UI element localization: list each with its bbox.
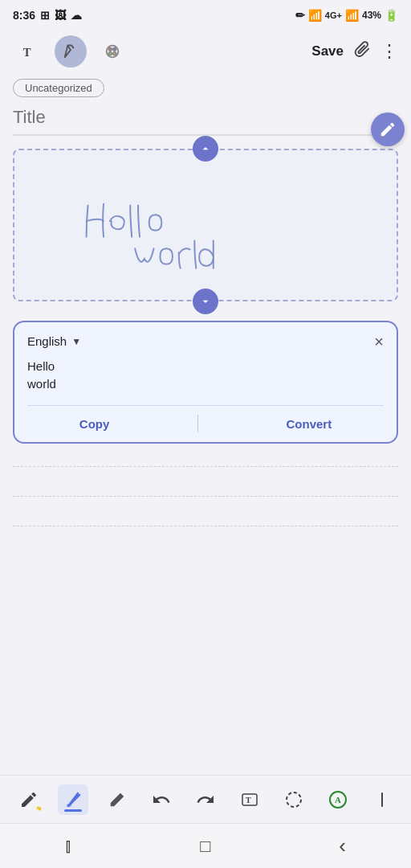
undo-button[interactable] <box>146 784 177 815</box>
recognized-text: Helloworld <box>27 358 384 394</box>
home-icon: □ <box>200 836 210 857</box>
toolbar-right: Save ⋮ <box>311 40 398 63</box>
pen-tool-button[interactable] <box>55 35 87 68</box>
svg-point-5 <box>113 52 116 55</box>
canvas-wrapper <box>13 149 398 301</box>
pen-tool-button[interactable] <box>58 784 88 815</box>
line-2 <box>13 496 398 497</box>
main-toolbar: T Save ⋮ <box>0 29 411 74</box>
nfc-icon: ⊞ <box>40 9 50 22</box>
svg-point-4 <box>108 52 112 55</box>
svg-point-1 <box>107 46 119 58</box>
title-area <box>0 100 411 131</box>
save-button[interactable]: Save <box>311 43 344 59</box>
more-icon: ⋮ <box>380 41 398 61</box>
category-tag[interactable]: Uncategorized <box>13 79 104 97</box>
redo-button[interactable] <box>190 784 221 815</box>
lasso-select-button[interactable] <box>279 784 309 815</box>
lte-icon: 4G+ <box>325 10 342 20</box>
edit-fab[interactable] <box>371 113 405 146</box>
nav-menu-button[interactable]: ⫿ <box>48 830 88 862</box>
battery-text: 43% <box>362 10 381 21</box>
cloud-icon: ☁ <box>71 9 82 22</box>
status-time: 8:36 ⊞ 🖼 ☁ <box>13 9 82 22</box>
language-selector[interactable]: English ▼ <box>27 334 81 348</box>
text-tool-button[interactable]: T <box>13 35 45 68</box>
canvas-area[interactable] <box>13 149 398 301</box>
pencil-tool-button[interactable]: ★ <box>14 784 44 815</box>
signal-icon: 📶 <box>345 9 359 22</box>
svg-text:T: T <box>246 796 251 805</box>
convert-text-button[interactable]: T <box>234 784 265 815</box>
action-divider <box>197 415 198 432</box>
category-bar: Uncategorized <box>0 74 411 100</box>
status-bar: 8:36 ⊞ 🖼 ☁ ✏ 📶 4G+ 📶 43% 🔋 <box>0 0 411 29</box>
svg-point-6 <box>67 804 71 807</box>
menu-icon: ⫿ <box>64 836 73 857</box>
toolbar-more-button[interactable] <box>367 784 397 815</box>
battery-icon: 🔋 <box>385 9 398 22</box>
language-chevron-icon: ▼ <box>71 336 81 347</box>
nav-back-button[interactable]: ‹ <box>323 830 363 862</box>
language-label: English <box>27 334 67 348</box>
image-icon: 🖼 <box>55 9 66 22</box>
svg-rect-12 <box>381 792 383 807</box>
svg-point-9 <box>287 792 301 807</box>
status-indicators: ✏ 📶 4G+ 📶 43% 🔋 <box>295 9 398 22</box>
recognition-actions: Copy Convert <box>27 405 384 434</box>
title-input[interactable] <box>13 107 398 128</box>
lines-area <box>13 466 398 526</box>
copy-button[interactable]: Copy <box>63 414 126 434</box>
bottom-toolbar: ★ T <box>0 775 411 823</box>
navigation-bar: ⫿ □ ‹ <box>0 823 411 868</box>
more-options-button[interactable]: ⋮ <box>380 41 398 62</box>
handwriting-canvas <box>27 158 384 292</box>
toolbar-left: T <box>13 35 305 68</box>
time-display: 8:36 <box>13 9 35 22</box>
svg-point-3 <box>113 47 116 51</box>
edit-indicator-icon: ✏ <box>295 9 305 22</box>
svg-text:T: T <box>23 46 31 59</box>
attach-button[interactable] <box>353 40 371 63</box>
canvas-down-button[interactable] <box>193 289 218 314</box>
svg-text:A: A <box>335 795 341 805</box>
grammar-check-button[interactable]: A <box>323 784 353 815</box>
line-3 <box>13 526 398 526</box>
pen-active-indicator <box>64 809 82 812</box>
recognition-header: English ▼ × <box>27 334 384 350</box>
palette-tool-button[interactable] <box>96 35 128 68</box>
back-icon: ‹ <box>339 833 346 858</box>
canvas-up-button[interactable] <box>193 136 218 162</box>
recognition-close-button[interactable]: × <box>374 334 384 350</box>
eraser-tool-button[interactable] <box>102 784 132 815</box>
nav-home-button[interactable]: □ <box>185 830 226 862</box>
svg-point-2 <box>108 47 112 51</box>
recognition-panel: English ▼ × Helloworld Copy Convert <box>13 321 398 444</box>
line-1 <box>13 466 398 467</box>
convert-button[interactable]: Convert <box>270 414 348 434</box>
wifi-icon: 📶 <box>308 9 322 22</box>
